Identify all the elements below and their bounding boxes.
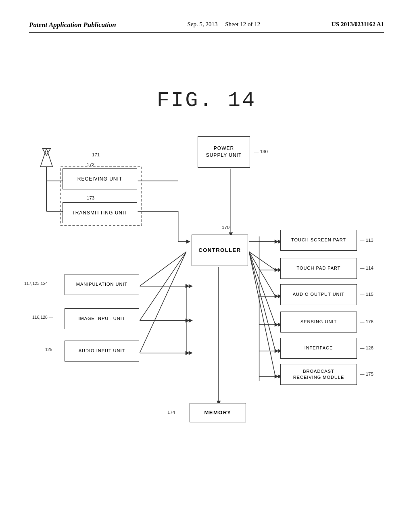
svg-line-21 [249,252,275,325]
touch-screen-box: TOUCH SCREEN PART [280,230,357,251]
diagram-area: 171 172 RECEIVING UNIT 173 TRANSMITTING … [24,125,389,451]
svg-marker-26 [275,374,279,378]
svg-marker-45 [186,318,190,322]
svg-marker-16 [275,239,279,243]
label-manipulation: 117,123,124 — [24,281,53,286]
svg-line-19 [249,252,275,296]
svg-marker-22 [275,322,279,326]
transmitting-unit-box: TRANSMITTING UNIT [63,202,137,223]
label-171: 171 [92,152,100,157]
audio-input-box: AUDIO INPUT UNIT [65,341,139,362]
memory-box: MEMORY [190,403,246,422]
svg-marker-11 [186,239,190,243]
label-126: — 126 [360,345,373,350]
label-130: — 130 [254,149,268,154]
svg-line-23 [249,252,275,351]
label-172: 172 [87,162,94,167]
patent-number: US 2013/0231162 A1 [332,21,384,28]
label-173: 173 [87,195,94,200]
label-image-input: 116,128 — [32,315,53,320]
broadcast-box: BROADCAST RECEIVING MODULE [280,364,357,385]
label-audio-input: 125 — [45,347,58,352]
svg-marker-51 [189,284,193,288]
audio-output-box: AUDIO OUTPUT UNIT [280,284,357,305]
label-113: — 113 [360,238,373,243]
svg-marker-48 [186,351,190,355]
receiving-unit-box: RECEIVING UNIT [63,168,137,189]
interface-box: INTERFACE [280,338,357,359]
manipulation-unit-box: MANIPULATION UNIT [65,274,139,295]
sensing-unit-box: SENSING UNIT [280,312,357,332]
svg-marker-53 [189,318,193,322]
publication-title: Patent Application Publication [29,21,116,29]
svg-line-46 [140,252,186,353]
svg-marker-20 [275,294,279,298]
svg-line-40 [140,252,186,286]
label-175: — 175 [360,372,373,376]
label-174: 174 — [167,410,181,415]
label-114: — 114 [360,266,373,270]
svg-marker-55 [189,351,193,355]
svg-marker-42 [186,284,190,288]
svg-marker-18 [275,268,279,272]
controller-box: CONTROLLER [192,235,248,266]
label-176: — 176 [360,319,373,324]
page-header: Patent Application Publication Sep. 5, 2… [29,21,384,33]
antenna-symbol [32,135,60,167]
svg-line-25 [249,252,275,376]
svg-marker-24 [275,349,279,353]
sheet: Sheet 12 of 12 [225,21,260,27]
figure-title: FIG. 14 [157,89,256,112]
date: Sep. 5, 2013 [187,21,217,27]
svg-line-17 [249,252,275,270]
date-sheet: Sep. 5, 2013 Sheet 12 of 12 [187,21,260,28]
svg-line-43 [140,252,186,321]
power-supply-box: POWER SUPPLY UNIT [198,136,250,168]
image-input-box: IMAGE INPUT UNIT [65,308,139,329]
touch-pad-box: TOUCH PAD PART [280,258,357,279]
label-170: 170 [222,225,229,230]
label-115: — 115 [360,292,373,297]
